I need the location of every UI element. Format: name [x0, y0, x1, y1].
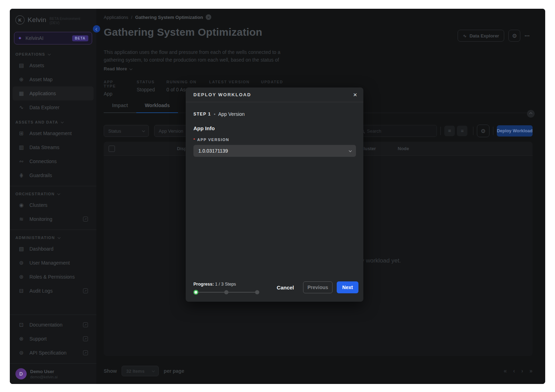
step-dot-current: [193, 290, 198, 295]
app-version-value: 1.0.03171139: [198, 148, 228, 154]
step-dot: [255, 290, 259, 294]
step-number-label: STEP 1: [193, 112, 211, 117]
app-version-field-label: *APP VERSION: [193, 138, 356, 142]
section-title: App Info: [193, 125, 356, 131]
modal-header: DEPLOY WORKLOAD ×: [186, 88, 363, 102]
chevron-down-icon: [349, 149, 351, 152]
app-window: K Kelvin BETA Environment (DEV) ✦ Kelvin…: [10, 9, 545, 384]
bullet-icon: •: [214, 112, 215, 117]
app-version-select[interactable]: 1.0.03171139: [193, 145, 356, 157]
next-button[interactable]: Next: [337, 281, 358, 293]
modal-title: DEPLOY WORKLOAD: [193, 92, 251, 97]
cancel-button[interactable]: Cancel: [277, 285, 294, 290]
progress-title: Progress:: [193, 282, 214, 287]
step-name: App Version: [218, 111, 245, 117]
field-label-text: APP VERSION: [197, 138, 229, 142]
modal-buttons: Cancel Previous Next: [277, 281, 358, 295]
required-asterisk: *: [193, 138, 196, 142]
modal-body: STEP 1 • App Version App Info *APP VERSI…: [186, 102, 363, 281]
deploy-workload-modal: DEPLOY WORKLOAD × STEP 1 • App Version A…: [186, 88, 363, 302]
previous-button[interactable]: Previous: [303, 281, 333, 293]
progress-label: Progress: 1 / 3 Steps: [193, 282, 259, 287]
modal-footer: Progress: 1 / 3 Steps Cancel Previous Ne…: [186, 281, 363, 302]
progress-value: 1 / 3 Steps: [215, 282, 236, 287]
progress-stepper: [193, 290, 259, 295]
progress-block: Progress: 1 / 3 Steps: [193, 282, 259, 295]
step-indicator: STEP 1 • App Version: [193, 111, 356, 117]
close-icon[interactable]: ×: [353, 91, 357, 99]
step-dot: [224, 290, 228, 294]
